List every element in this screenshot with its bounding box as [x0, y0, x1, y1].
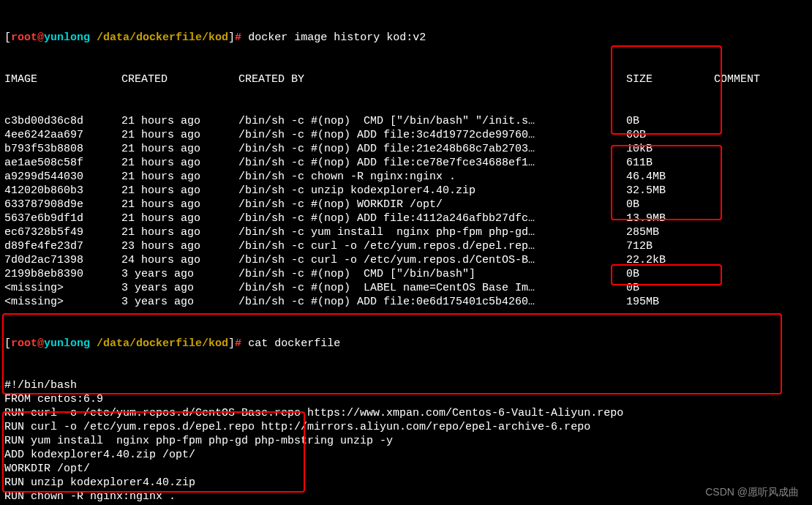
header-created-by: CREATED BY [238, 72, 626, 86]
header-comment: COMMENT [714, 72, 787, 86]
table-row: a9299d54403021 hours ago/bin/sh -c chown… [4, 170, 808, 184]
cell-size: 60B [626, 128, 714, 142]
cell-created: 3 years ago [121, 281, 238, 295]
table-row: <missing>3 years ago/bin/sh -c #(nop) AD… [4, 295, 808, 309]
table-row: d89fe4fe23d723 hours ago/bin/sh -c curl … [4, 239, 808, 253]
cell-image: c3bd00d36c8d [4, 114, 121, 128]
cell-created-by: /bin/sh -c #(nop) ADD file:4112a246afbb2… [238, 212, 626, 225]
table-row: 5637e6b9df1d21 hours ago/bin/sh -c #(nop… [4, 212, 808, 225]
cell-created-by: /bin/sh -c unzip kodexplorer4.40.zip [238, 184, 626, 198]
command-text: docker image history kod:v2 [241, 31, 426, 44]
cell-created: 21 hours ago [121, 128, 238, 142]
cell-created: 21 hours ago [121, 212, 238, 225]
table-header: IMAGECREATEDCREATED BYSIZECOMMENT [4, 72, 808, 86]
cell-image: ec67328b5f49 [4, 225, 121, 239]
cell-image: ae1ae508c58f [4, 156, 121, 170]
bracket: ] [228, 31, 235, 44]
table-row: 2199b8eb83903 years ago/bin/sh -c #(nop)… [4, 267, 808, 281]
at: @ [37, 31, 44, 44]
table-row: b793f53b880821 hours ago/bin/sh -c #(nop… [4, 142, 808, 156]
cell-created: 3 years ago [121, 267, 238, 281]
cell-size: 0B [626, 114, 714, 128]
bracket: [ [4, 337, 11, 350]
path: /data/dockerfile/kod [90, 337, 228, 350]
path: /data/dockerfile/kod [90, 31, 228, 44]
table-row: 412020b860b321 hours ago/bin/sh -c unzip… [4, 184, 808, 198]
cell-size: 611B [626, 156, 714, 170]
cell-created: 23 hours ago [121, 239, 238, 253]
cell-size: 22.2kB [626, 253, 714, 267]
user: root [11, 337, 37, 350]
table-row: ec67328b5f4921 hours ago/bin/sh -c yum i… [4, 225, 808, 239]
cell-created: 21 hours ago [121, 114, 238, 128]
cell-created: 21 hours ago [121, 170, 238, 184]
host: yunlong [44, 31, 90, 44]
cell-created-by: /bin/sh -c curl -o /etc/yum.repos.d/epel… [238, 239, 626, 253]
cell-size: 712B [626, 239, 714, 253]
cell-created: 21 hours ago [121, 156, 238, 170]
cell-size: 32.5MB [626, 184, 714, 198]
cell-created: 24 hours ago [121, 253, 238, 267]
table-row: 4ee6242aa69721 hours ago/bin/sh -c #(nop… [4, 128, 808, 142]
cell-created: 3 years ago [121, 295, 238, 309]
cell-created-by: /bin/sh -c yum install nginx php-fpm php… [238, 225, 626, 239]
cell-size: 13.9MB [626, 212, 714, 225]
cell-created: 21 hours ago [121, 184, 238, 198]
header-size: SIZE [626, 72, 714, 86]
at: @ [37, 337, 44, 350]
cell-created-by: /bin/sh -c #(nop) ADD file:ce78e7fce3468… [238, 156, 626, 170]
cell-size: 195MB [626, 295, 714, 309]
dockerfile-line: RUN unzip kodexplorer4.40.zip [4, 476, 808, 490]
cell-image: a9299d544030 [4, 170, 121, 184]
dockerfile-content: #!/bin/bashFROM centos:6.9RUN curl -o /e… [4, 378, 808, 505]
hash: # [235, 337, 241, 350]
bracket: [ [4, 31, 11, 44]
cell-created: 21 hours ago [121, 225, 238, 239]
table-row: 7d0d2ac7139824 hours ago/bin/sh -c curl … [4, 253, 808, 267]
cell-created-by: /bin/sh -c curl -o /etc/yum.repos.d/Cent… [238, 253, 626, 267]
cell-created-by: /bin/sh -c chown -R nginx:nginx . [238, 170, 626, 184]
cell-created-by: /bin/sh -c #(nop) CMD ["/bin/bash"] [238, 267, 626, 281]
cell-image: 412020b860b3 [4, 184, 121, 198]
cell-created-by: /bin/sh -c #(nop) ADD file:0e6d175401c5b… [238, 295, 626, 309]
cell-image: 2199b8eb8390 [4, 267, 121, 281]
cell-size: 0B [626, 281, 714, 295]
cell-created-by: /bin/sh -c #(nop) ADD file:3c4d19772cde9… [238, 128, 626, 142]
cell-image: 5637e6b9df1d [4, 212, 121, 225]
header-image: IMAGE [4, 72, 121, 86]
cell-image: 7d0d2ac71398 [4, 253, 121, 267]
cell-created-by: /bin/sh -c #(nop) ADD file:21e248b68c7ab… [238, 142, 626, 156]
header-created: CREATED [121, 72, 238, 86]
cell-created-by: /bin/sh -c #(nop) WORKDIR /opt/ [238, 198, 626, 212]
cell-created: 21 hours ago [121, 142, 238, 156]
bracket: ] [228, 337, 235, 350]
cell-size: 0B [626, 198, 714, 212]
cell-image: <missing> [4, 281, 121, 295]
dockerfile-line: WORKDIR /opt/ [4, 462, 808, 476]
cell-size: 10kB [626, 142, 714, 156]
cell-size: 46.4MB [626, 170, 714, 184]
cell-created: 21 hours ago [121, 198, 238, 212]
command-text: cat dockerfile [241, 337, 340, 350]
dockerfile-line: RUN chown -R nginx:nginx . [4, 490, 808, 504]
hash: # [235, 31, 241, 44]
dockerfile-line: ADD kodexplorer4.40.zip /opt/ [4, 448, 808, 462]
host: yunlong [44, 337, 90, 350]
cell-image: d89fe4fe23d7 [4, 239, 121, 253]
dockerfile-line: RUN curl -o /etc/yum.repos.d/epel.repo h… [4, 420, 808, 434]
dockerfile-line: RUN curl -o /etc/yum.repos.d/CentOS-Base… [4, 406, 808, 420]
terminal-output: [root@yunlong /data/dockerfile/kod]# doc… [0, 0, 812, 505]
cell-size: 285MB [626, 225, 714, 239]
dockerfile-line: FROM centos:6.9 [4, 392, 808, 406]
prompt-line-1: [root@yunlong /data/dockerfile/kod]# doc… [4, 31, 808, 45]
watermark: CSDN @愿听风成曲 [705, 485, 799, 499]
cell-image: 4ee6242aa697 [4, 128, 121, 142]
user: root [11, 31, 37, 44]
prompt-line-2: [root@yunlong /data/dockerfile/kod]# cat… [4, 337, 808, 351]
table-row: ae1ae508c58f21 hours ago/bin/sh -c #(nop… [4, 156, 808, 170]
history-rows: c3bd00d36c8d21 hours ago/bin/sh -c #(nop… [4, 114, 808, 309]
dockerfile-line: RUN yum install nginx php-fpm php-gd php… [4, 434, 808, 448]
dockerfile-line: #!/bin/bash [4, 378, 808, 392]
table-row: <missing>3 years ago/bin/sh -c #(nop) LA… [4, 281, 808, 295]
cell-size: 0B [626, 267, 714, 281]
